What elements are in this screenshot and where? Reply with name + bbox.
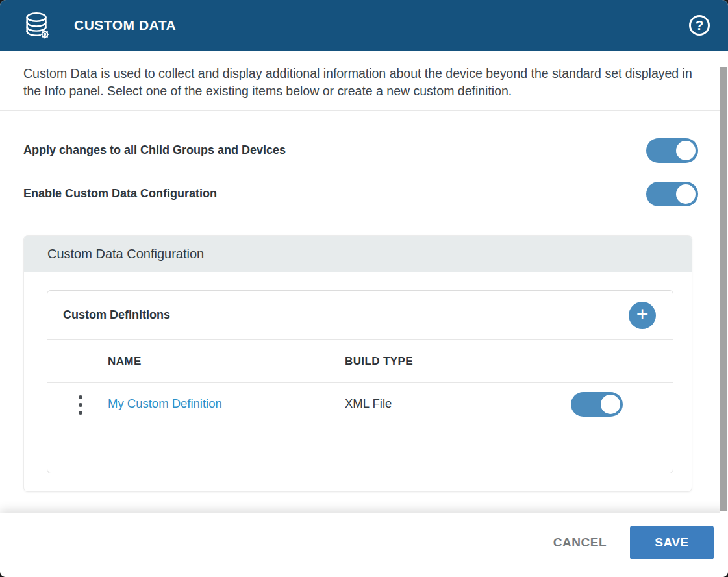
dialog-title: CUSTOM DATA — [74, 18, 176, 33]
apply-changes-toggle[interactable] — [646, 138, 698, 163]
row-menu-icon[interactable] — [75, 394, 86, 416]
panel-header: Custom Data Configuration — [24, 236, 692, 272]
enable-custom-data-label: Enable Custom Data Configuration — [23, 187, 217, 201]
toggle-knob — [676, 184, 696, 204]
custom-definitions-card: Custom Definitions + NAME BUILD TYPE My … — [47, 290, 673, 473]
toggle-knob — [601, 395, 620, 414]
save-button[interactable]: SAVE — [630, 526, 714, 559]
definition-build-type: XML File — [345, 397, 392, 411]
custom-data-dialog: CUSTOM DATA ? Custom Data is used to col… — [0, 0, 728, 577]
table-row: My Custom Definition XML File — [47, 382, 673, 426]
add-definition-button[interactable]: + — [629, 302, 656, 329]
card-header: Custom Definitions + — [47, 291, 673, 339]
dialog-footer: CANCEL SAVE — [0, 513, 728, 577]
card-title: Custom Definitions — [63, 308, 170, 322]
definition-enabled-toggle[interactable] — [571, 392, 623, 417]
definition-name-link[interactable]: My Custom Definition — [108, 397, 222, 411]
enable-custom-data-toggle[interactable] — [646, 182, 698, 206]
toggle-knob — [676, 141, 696, 160]
database-gear-icon — [22, 10, 52, 40]
column-header-name: NAME — [108, 355, 142, 368]
cancel-button[interactable]: CANCEL — [553, 535, 607, 550]
custom-data-configuration-panel: Custom Data Configuration Custom Definit… — [23, 235, 692, 492]
scrollbar-thumb[interactable] — [720, 67, 727, 511]
divider — [0, 110, 720, 111]
panel-title: Custom Data Configuration — [47, 247, 204, 262]
apply-changes-label: Apply changes to all Child Groups and De… — [23, 143, 286, 157]
dialog-header: CUSTOM DATA ? — [0, 0, 728, 51]
description-text: Custom Data is used to collect and displ… — [23, 65, 692, 100]
table-header-row: NAME BUILD TYPE — [47, 339, 673, 382]
scrollbar-track[interactable] — [720, 51, 728, 577]
help-icon[interactable]: ? — [689, 15, 710, 36]
column-header-build-type: BUILD TYPE — [345, 355, 413, 368]
